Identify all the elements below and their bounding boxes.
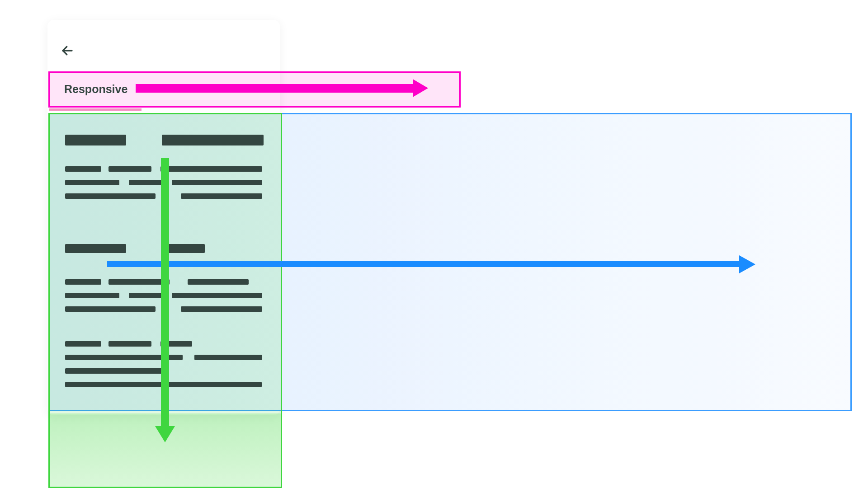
placeholder-bar bbox=[65, 293, 119, 298]
placeholder-bar bbox=[65, 306, 156, 312]
placeholder-bar bbox=[160, 166, 262, 172]
placeholder-bar bbox=[129, 293, 163, 298]
pink-arrow-head-icon bbox=[413, 79, 428, 97]
placeholder-bar bbox=[181, 306, 262, 312]
placeholder-bar bbox=[65, 341, 101, 347]
placeholder-bar bbox=[108, 279, 170, 285]
placeholder-bar bbox=[188, 279, 249, 285]
placeholder-bar bbox=[65, 244, 126, 253]
placeholder-bar bbox=[194, 355, 262, 360]
placeholder-bar bbox=[172, 180, 262, 185]
blue-arrow bbox=[107, 261, 740, 267]
placeholder-bar bbox=[65, 166, 101, 172]
placeholder-bar bbox=[65, 368, 162, 374]
placeholder-bar bbox=[65, 193, 156, 199]
tab-responsive[interactable]: Responsive bbox=[64, 83, 127, 96]
pink-arrow bbox=[136, 84, 414, 93]
active-tab-underline bbox=[49, 108, 142, 111]
placeholder-bar bbox=[65, 180, 119, 185]
blue-arrow-head-icon bbox=[739, 255, 755, 273]
green-arrow-head-icon bbox=[155, 426, 175, 442]
placeholder-bar bbox=[172, 293, 262, 298]
diagram-stage: Responsive bbox=[0, 0, 868, 488]
placeholder-bar bbox=[162, 135, 264, 145]
placeholder-bar bbox=[129, 180, 163, 185]
back-button[interactable] bbox=[58, 42, 76, 60]
placeholder-bar bbox=[65, 279, 101, 285]
green-arrow bbox=[161, 158, 169, 427]
placeholder-bar bbox=[65, 135, 126, 145]
arrow-left-icon bbox=[61, 44, 74, 57]
placeholder-bar bbox=[181, 193, 262, 199]
placeholder-bar bbox=[108, 341, 151, 347]
placeholder-bar bbox=[108, 166, 151, 172]
